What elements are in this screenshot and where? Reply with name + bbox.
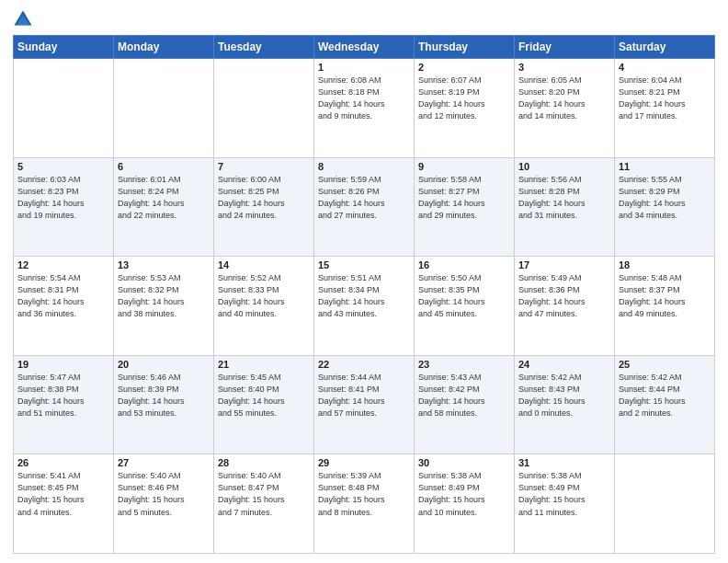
weekday-header-thursday: Thursday	[415, 36, 515, 59]
day-info: Sunrise: 5:54 AM Sunset: 8:31 PM Dayligh…	[17, 272, 109, 320]
day-number: 10	[518, 161, 610, 172]
day-number: 14	[218, 259, 310, 270]
weekday-header-tuesday: Tuesday	[214, 36, 314, 59]
day-number: 11	[619, 161, 711, 172]
day-number: 6	[118, 161, 210, 172]
day-info: Sunrise: 5:38 AM Sunset: 8:49 PM Dayligh…	[518, 470, 610, 518]
day-info: Sunrise: 5:59 AM Sunset: 8:26 PM Dayligh…	[318, 174, 410, 222]
day-info: Sunrise: 5:55 AM Sunset: 8:29 PM Dayligh…	[619, 174, 711, 222]
week-row-2: 5Sunrise: 6:03 AM Sunset: 8:23 PM Daylig…	[14, 157, 715, 257]
day-number: 16	[418, 259, 510, 270]
day-cell: 30Sunrise: 5:38 AM Sunset: 8:49 PM Dayli…	[415, 454, 515, 554]
day-info: Sunrise: 5:49 AM Sunset: 8:36 PM Dayligh…	[518, 272, 610, 320]
day-info: Sunrise: 6:08 AM Sunset: 8:18 PM Dayligh…	[318, 75, 410, 122]
day-info: Sunrise: 5:41 AM Sunset: 8:45 PM Dayligh…	[17, 470, 109, 518]
day-cell: 3Sunrise: 6:05 AM Sunset: 8:20 PM Daylig…	[515, 59, 615, 158]
day-info: Sunrise: 6:01 AM Sunset: 8:24 PM Dayligh…	[118, 174, 210, 222]
day-number: 12	[17, 259, 109, 270]
calendar: SundayMondayTuesdayWednesdayThursdayFrid…	[13, 35, 715, 554]
day-cell: 8Sunrise: 5:59 AM Sunset: 8:26 PM Daylig…	[314, 157, 415, 257]
day-number: 22	[318, 359, 410, 370]
weekday-header-wednesday: Wednesday	[314, 36, 415, 59]
weekday-header-row: SundayMondayTuesdayWednesdayThursdayFrid…	[14, 36, 715, 59]
day-info: Sunrise: 5:53 AM Sunset: 8:32 PM Dayligh…	[118, 272, 210, 320]
day-number: 30	[418, 457, 510, 468]
day-number: 25	[619, 359, 711, 370]
day-cell: 24Sunrise: 5:42 AM Sunset: 8:43 PM Dayli…	[515, 355, 615, 454]
day-number: 13	[118, 259, 210, 270]
day-number: 1	[318, 62, 410, 73]
day-info: Sunrise: 5:58 AM Sunset: 8:27 PM Dayligh…	[418, 174, 510, 222]
day-info: Sunrise: 5:43 AM Sunset: 8:42 PM Dayligh…	[418, 372, 510, 419]
day-info: Sunrise: 5:40 AM Sunset: 8:47 PM Dayligh…	[218, 470, 310, 518]
day-number: 27	[118, 457, 210, 468]
day-number: 5	[17, 161, 109, 172]
day-number: 23	[418, 359, 510, 370]
day-number: 21	[218, 359, 310, 370]
day-cell	[114, 59, 214, 158]
day-cell: 15Sunrise: 5:51 AM Sunset: 8:34 PM Dayli…	[314, 257, 415, 356]
day-number: 9	[418, 161, 510, 172]
weekday-header-monday: Monday	[114, 36, 214, 59]
weekday-header-saturday: Saturday	[615, 36, 715, 59]
day-number: 4	[619, 62, 711, 73]
day-cell	[214, 59, 314, 158]
day-info: Sunrise: 6:00 AM Sunset: 8:25 PM Dayligh…	[218, 174, 310, 222]
day-cell: 13Sunrise: 5:53 AM Sunset: 8:32 PM Dayli…	[114, 257, 214, 356]
day-info: Sunrise: 5:52 AM Sunset: 8:33 PM Dayligh…	[218, 272, 310, 320]
week-row-1: 1Sunrise: 6:08 AM Sunset: 8:18 PM Daylig…	[14, 59, 715, 158]
day-cell	[615, 454, 715, 554]
day-info: Sunrise: 5:47 AM Sunset: 8:38 PM Dayligh…	[17, 372, 109, 419]
day-cell: 22Sunrise: 5:44 AM Sunset: 8:41 PM Dayli…	[314, 355, 415, 454]
day-cell: 25Sunrise: 5:42 AM Sunset: 8:44 PM Dayli…	[615, 355, 715, 454]
day-cell: 19Sunrise: 5:47 AM Sunset: 8:38 PM Dayli…	[14, 355, 114, 454]
day-cell: 29Sunrise: 5:39 AM Sunset: 8:48 PM Dayli…	[314, 454, 415, 554]
day-cell: 7Sunrise: 6:00 AM Sunset: 8:25 PM Daylig…	[214, 157, 314, 257]
day-cell: 14Sunrise: 5:52 AM Sunset: 8:33 PM Dayli…	[214, 257, 314, 356]
day-info: Sunrise: 6:05 AM Sunset: 8:20 PM Dayligh…	[518, 75, 610, 122]
day-number: 3	[518, 62, 610, 73]
day-cell: 12Sunrise: 5:54 AM Sunset: 8:31 PM Dayli…	[14, 257, 114, 356]
logo-icon	[13, 9, 33, 29]
day-info: Sunrise: 6:07 AM Sunset: 8:19 PM Dayligh…	[418, 75, 510, 122]
day-info: Sunrise: 5:56 AM Sunset: 8:28 PM Dayligh…	[518, 174, 610, 222]
day-cell	[14, 59, 114, 158]
day-cell: 10Sunrise: 5:56 AM Sunset: 8:28 PM Dayli…	[515, 157, 615, 257]
day-number: 29	[318, 457, 410, 468]
day-number: 20	[118, 359, 210, 370]
week-row-5: 26Sunrise: 5:41 AM Sunset: 8:45 PM Dayli…	[14, 454, 715, 554]
day-cell: 28Sunrise: 5:40 AM Sunset: 8:47 PM Dayli…	[214, 454, 314, 554]
day-info: Sunrise: 5:46 AM Sunset: 8:39 PM Dayligh…	[118, 372, 210, 419]
day-cell: 9Sunrise: 5:58 AM Sunset: 8:27 PM Daylig…	[415, 157, 515, 257]
day-info: Sunrise: 5:51 AM Sunset: 8:34 PM Dayligh…	[318, 272, 410, 320]
day-number: 2	[418, 62, 510, 73]
day-number: 19	[17, 359, 109, 370]
day-info: Sunrise: 5:42 AM Sunset: 8:43 PM Dayligh…	[518, 372, 610, 419]
day-info: Sunrise: 5:40 AM Sunset: 8:46 PM Dayligh…	[118, 470, 210, 518]
day-cell: 6Sunrise: 6:01 AM Sunset: 8:24 PM Daylig…	[114, 157, 214, 257]
day-number: 28	[218, 457, 310, 468]
weekday-header-sunday: Sunday	[14, 36, 114, 59]
day-info: Sunrise: 5:38 AM Sunset: 8:49 PM Dayligh…	[418, 470, 510, 518]
day-info: Sunrise: 5:44 AM Sunset: 8:41 PM Dayligh…	[318, 372, 410, 419]
day-cell: 16Sunrise: 5:50 AM Sunset: 8:35 PM Dayli…	[415, 257, 515, 356]
day-number: 24	[518, 359, 610, 370]
day-number: 8	[318, 161, 410, 172]
day-cell: 1Sunrise: 6:08 AM Sunset: 8:18 PM Daylig…	[314, 59, 415, 158]
day-cell: 17Sunrise: 5:49 AM Sunset: 8:36 PM Dayli…	[515, 257, 615, 356]
day-cell: 4Sunrise: 6:04 AM Sunset: 8:21 PM Daylig…	[615, 59, 715, 158]
day-info: Sunrise: 5:50 AM Sunset: 8:35 PM Dayligh…	[418, 272, 510, 320]
page: SundayMondayTuesdayWednesdayThursdayFrid…	[0, 0, 728, 563]
day-cell: 31Sunrise: 5:38 AM Sunset: 8:49 PM Dayli…	[515, 454, 615, 554]
day-info: Sunrise: 6:04 AM Sunset: 8:21 PM Dayligh…	[619, 75, 711, 122]
day-info: Sunrise: 6:03 AM Sunset: 8:23 PM Dayligh…	[17, 174, 109, 222]
day-cell: 27Sunrise: 5:40 AM Sunset: 8:46 PM Dayli…	[114, 454, 214, 554]
weekday-header-friday: Friday	[515, 36, 615, 59]
week-row-3: 12Sunrise: 5:54 AM Sunset: 8:31 PM Dayli…	[14, 257, 715, 356]
day-cell: 11Sunrise: 5:55 AM Sunset: 8:29 PM Dayli…	[615, 157, 715, 257]
logo	[13, 9, 37, 29]
day-cell: 21Sunrise: 5:45 AM Sunset: 8:40 PM Dayli…	[214, 355, 314, 454]
day-info: Sunrise: 5:48 AM Sunset: 8:37 PM Dayligh…	[619, 272, 711, 320]
header	[13, 9, 715, 29]
day-info: Sunrise: 5:45 AM Sunset: 8:40 PM Dayligh…	[218, 372, 310, 419]
